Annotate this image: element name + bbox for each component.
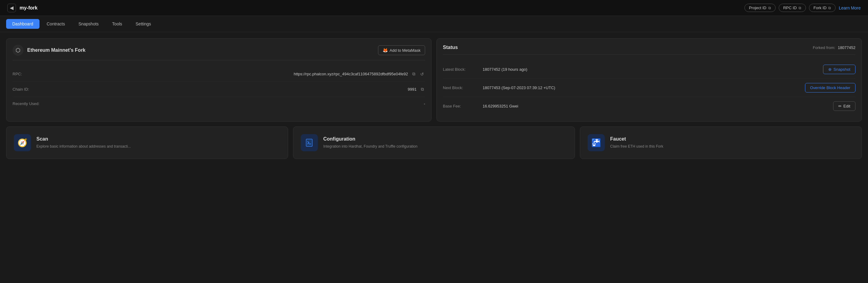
status-title: Status [443, 45, 458, 50]
project-id-button[interactable]: Project ID ⧉ [744, 4, 776, 12]
chain-id-copy-button[interactable]: ⧉ [420, 86, 425, 92]
latest-block-row: Latest Block: 18077452 (19 hours ago) ⊕ … [443, 60, 856, 79]
scan-card[interactable]: 🧭 Scan Explore basic information about a… [6, 126, 288, 159]
faucet-desc: Claim free ETH used in this Fork [610, 144, 663, 149]
add-to-metamask-button[interactable]: 🦊 Add to MetaMask [378, 45, 425, 55]
base-fee-label: Base Fee: [443, 104, 483, 108]
status-header: Status Forked from: 18077452 [443, 45, 856, 55]
metamask-fox-icon: 🦊 [383, 48, 388, 53]
fork-title-area: ⬡ Ethereum Mainnet's Fork [12, 45, 86, 56]
rpc-value: https://rpc.phalcon.xyz/rpc_494c3caf1106… [43, 72, 408, 76]
snapshot-btn-label: Snapshot [833, 67, 850, 72]
chain-id-value: 9991 [43, 87, 416, 91]
rpc-id-button[interactable]: RPC ID ⧉ [779, 4, 806, 12]
recently-used-field: Recently Used: - [12, 97, 425, 110]
tab-snapshots[interactable]: Snapshots [72, 19, 104, 29]
scan-desc: Explore basic information about addresse… [36, 144, 131, 149]
base-fee-value: 16.629953251 Gwei [483, 104, 830, 108]
scan-icon: 🧭 [14, 134, 31, 151]
copy-icon: ⧉ [768, 6, 771, 10]
forked-from-area: Forked from: 18077452 [813, 45, 856, 50]
override-block-header-button[interactable]: Override Block Header [805, 83, 856, 92]
edit-base-fee-button[interactable]: ✏ Edit [833, 102, 856, 111]
recently-used-value: - [43, 102, 425, 106]
back-button[interactable]: ◀ [7, 4, 16, 12]
nav-tabs: Dashboard Contracts Snapshots Tools Sett… [0, 16, 868, 32]
config-desc: Integration into Hardhat, Foundry and Tr… [323, 144, 417, 149]
plus-icon: ⊕ [828, 67, 832, 72]
rpc-label: RPC: [12, 72, 43, 76]
project-id-label: Project ID [749, 5, 767, 10]
pencil-icon: ✏ [838, 104, 842, 108]
tab-contracts[interactable]: Contracts [41, 19, 71, 29]
rpc-refresh-button[interactable]: ↺ [419, 71, 425, 77]
config-title: Configuration [323, 136, 417, 142]
scan-title: Scan [36, 136, 131, 142]
bottom-row: 🧭 Scan Explore basic information about a… [6, 126, 862, 159]
configuration-card[interactable]: Configuration Integration into Hardhat, … [293, 126, 575, 159]
fork-id-label: Fork ID [813, 5, 827, 10]
chain-id-field: Chain ID: 9991 ⧉ [12, 82, 425, 97]
fork-info-card: ⬡ Ethereum Mainnet's Fork 🦊 Add to MetaM… [6, 38, 432, 121]
configuration-icon [301, 134, 318, 151]
app-title: my-fork [20, 5, 38, 11]
faucet-card[interactable]: 🚰 Faucet Claim free ETH used in this For… [580, 126, 862, 159]
copy-icon-3: ⧉ [828, 6, 831, 10]
rpc-id-label: RPC ID [783, 5, 797, 10]
forked-from-value: 18077452 [838, 45, 856, 50]
edit-action: ✏ Edit [833, 102, 856, 111]
chain-id-actions: ⧉ [420, 86, 425, 92]
fork-id-button[interactable]: Fork ID ⧉ [809, 4, 836, 12]
next-block-value: 18077453 (Sep-07-2023 07:39:12 +UTC) [483, 85, 802, 90]
edit-btn-label: Edit [843, 104, 850, 108]
latest-block-label: Latest Block: [443, 67, 483, 72]
topbar: ◀ my-fork Project ID ⧉ RPC ID ⧉ Fork ID … [0, 0, 868, 16]
ethereum-icon: ⬡ [12, 45, 24, 56]
faucet-info: Faucet Claim free ETH used in this Fork [610, 136, 663, 149]
rpc-actions: ⧉ ↺ [411, 71, 425, 77]
top-row: ⬡ Ethereum Mainnet's Fork 🦊 Add to MetaM… [6, 38, 862, 121]
chain-id-label: Chain ID: [12, 87, 43, 91]
rpc-copy-button[interactable]: ⧉ [411, 71, 416, 77]
tab-dashboard[interactable]: Dashboard [6, 19, 39, 29]
fork-card-title: Ethereum Mainnet's Fork [27, 48, 86, 53]
forked-from-label: Forked from: [813, 45, 835, 50]
override-action: Override Block Header [805, 83, 856, 92]
metamask-btn-label: Add to MetaMask [390, 48, 421, 53]
snapshot-button[interactable]: ⊕ Snapshot [823, 65, 856, 74]
base-fee-row: Base Fee: 16.629953251 Gwei ✏ Edit [443, 97, 856, 115]
faucet-title: Faucet [610, 136, 663, 142]
config-info: Configuration Integration into Hardhat, … [323, 136, 417, 149]
fork-card-header: ⬡ Ethereum Mainnet's Fork 🦊 Add to MetaM… [12, 45, 425, 60]
topbar-left: ◀ my-fork [7, 4, 744, 12]
back-icon: ◀ [10, 5, 13, 11]
next-block-label: Next Block: [443, 85, 483, 90]
next-block-row: Next Block: 18077453 (Sep-07-2023 07:39:… [443, 79, 856, 97]
faucet-icon: 🚰 [588, 134, 604, 151]
scan-info: Scan Explore basic information about add… [36, 136, 131, 149]
status-card: Status Forked from: 18077452 Latest Bloc… [436, 38, 862, 121]
tab-settings[interactable]: Settings [129, 19, 157, 29]
topbar-right: Project ID ⧉ RPC ID ⧉ Fork ID ⧉ Learn Mo… [744, 4, 861, 12]
main-content: ⬡ Ethereum Mainnet's Fork 🦊 Add to MetaM… [0, 32, 868, 165]
snapshot-action: ⊕ Snapshot [823, 65, 856, 74]
learn-more-link[interactable]: Learn More [839, 5, 861, 10]
recently-used-label: Recently Used: [12, 102, 43, 106]
copy-icon-2: ⧉ [799, 6, 801, 10]
tab-tools[interactable]: Tools [106, 19, 128, 29]
latest-block-value: 18077452 (19 hours ago) [483, 67, 820, 72]
rpc-field: RPC: https://rpc.phalcon.xyz/rpc_494c3ca… [12, 66, 425, 82]
